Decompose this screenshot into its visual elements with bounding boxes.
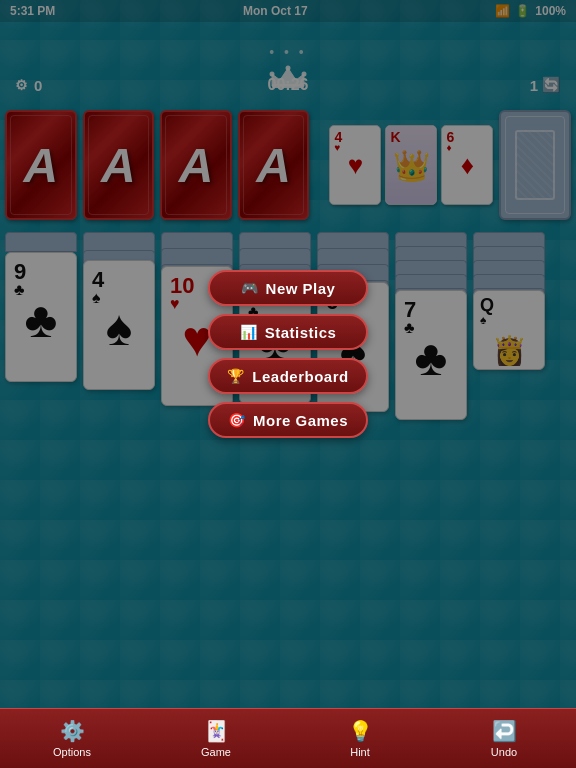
undo-icon: ↩️ [492, 719, 517, 743]
leaderboard-button[interactable]: 🏆 Leaderboard [208, 358, 368, 394]
new-play-icon: 🎮 [241, 280, 258, 296]
tab-hint[interactable]: 💡 Hint [288, 719, 432, 758]
tab-undo[interactable]: ↩️ Undo [432, 719, 576, 758]
tab-bar: ⚙️ Options 🃏 Game 💡 Hint ↩️ Undo [0, 708, 576, 768]
options-icon: ⚙️ [60, 719, 85, 743]
game-icon: 🃏 [204, 719, 229, 743]
statistics-button[interactable]: 📊 Statistics [208, 314, 368, 350]
more-games-icon: 🎯 [228, 412, 245, 428]
more-games-button[interactable]: 🎯 More Games [208, 402, 368, 438]
leaderboard-icon: 🏆 [227, 368, 244, 384]
tab-game[interactable]: 🃏 Game [144, 719, 288, 758]
tab-options[interactable]: ⚙️ Options [0, 719, 144, 758]
new-play-button[interactable]: 🎮 New Play [208, 270, 368, 306]
hint-icon: 💡 [348, 719, 373, 743]
menu-overlay: 🎮 New Play 📊 Statistics 🏆 Leaderboard 🎯 … [0, 0, 576, 708]
statistics-icon: 📊 [240, 324, 257, 340]
